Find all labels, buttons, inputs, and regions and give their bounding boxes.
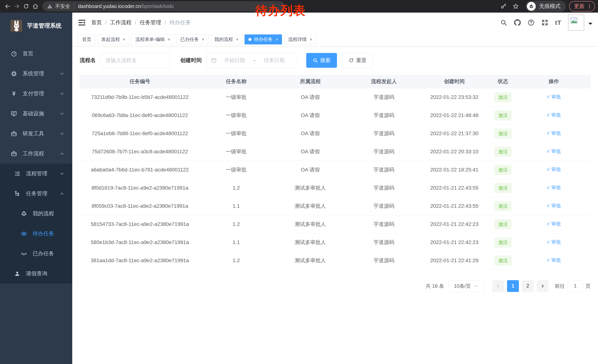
status-badge: 激活: [494, 256, 512, 266]
approve-link[interactable]: 审批: [547, 148, 561, 155]
cell-created: 2022-01-22 21:37:30: [420, 124, 489, 143]
tab-2[interactable]: 流程表单-编辑×: [132, 34, 174, 44]
approve-link[interactable]: 审批: [547, 221, 561, 227]
tab-3[interactable]: 已办任务×: [176, 34, 208, 44]
sidebar-item-1[interactable]: 系统管理: [0, 64, 72, 84]
goto-page-input[interactable]: [568, 280, 583, 292]
prev-page-button[interactable]: [492, 280, 504, 292]
cell-task-name: 一级审批: [200, 161, 272, 179]
approve-link[interactable]: 审批: [547, 130, 561, 137]
tab-4[interactable]: 我的流程×: [210, 34, 242, 44]
cell-starter: 芋道源码: [348, 143, 420, 161]
cell-starter: 芋道源码: [348, 161, 420, 179]
approve-link-label: 审批: [551, 221, 561, 227]
approve-link[interactable]: 审批: [547, 166, 561, 173]
incognito-badge: 无痕模式: [526, 1, 566, 12]
address-bar[interactable]: 不安全 dashboard.yudao.iocoder.cn /bpm/task…: [42, 1, 285, 11]
table-row: 8f0d1619-7ac8-11ec-a9e2-a2380e71991a1.2测…: [80, 179, 590, 197]
search-button[interactable]: 搜索: [306, 53, 337, 68]
sidebar-item-0[interactable]: 首页: [0, 44, 72, 64]
main-area: 首页/工作流程/任务管理/待办任务 tT 首页发起流程×流程表单-编辑×已办任务…: [72, 13, 598, 364]
tab-5[interactable]: 待办任务×: [245, 34, 282, 44]
breadcrumb-item: 待办任务: [169, 19, 191, 26]
close-icon[interactable]: ×: [310, 37, 312, 42]
github-icon[interactable]: [514, 19, 521, 26]
avatar[interactable]: [568, 15, 584, 31]
search-icon[interactable]: [500, 19, 507, 26]
sidebar-item-11[interactable]: 请假查询: [0, 264, 72, 284]
next-page-button[interactable]: [537, 280, 548, 292]
date-range-input[interactable]: 开始日期 - 结束日期: [207, 53, 296, 68]
column-header: 流程发起人: [348, 75, 420, 88]
approve-link[interactable]: 审批: [547, 112, 561, 118]
reload-icon[interactable]: [22, 2, 31, 11]
breadcrumb-item[interactable]: 任务管理: [140, 19, 161, 26]
close-icon[interactable]: ×: [168, 37, 170, 42]
tab-label: 发起流程: [101, 36, 120, 42]
tab-1[interactable]: 发起流程×: [98, 34, 129, 44]
approve-link[interactable]: 审批: [547, 257, 561, 263]
home-icon[interactable]: [31, 2, 40, 11]
sidebar-menu: 首页系统管理¥支付管理基础设施研发工具工作流程流程管理任务管理我的流程待办任务已…: [0, 44, 72, 284]
navbar-icons: tT: [493, 15, 592, 31]
briefcase-icon: [11, 151, 17, 157]
back-icon[interactable]: [3, 2, 12, 11]
avatar-dropdown-caret[interactable]: [588, 23, 592, 27]
reset-button[interactable]: 重置: [342, 53, 373, 68]
approve-link-label: 审批: [551, 239, 561, 245]
approve-link[interactable]: 审批: [547, 184, 561, 191]
end-date-placeholder: 结束日期: [256, 57, 292, 64]
sidebar-item-9[interactable]: 待办任务: [0, 224, 72, 244]
breadcrumb-item[interactable]: 工作流程: [110, 19, 132, 26]
total-count: 共 16 条: [426, 283, 444, 289]
fullscreen-icon[interactable]: [541, 19, 548, 26]
app-logo-row: 芋道管理系统: [0, 13, 72, 39]
close-icon[interactable]: ×: [202, 37, 204, 42]
sidebar-item-3[interactable]: 基础设施: [0, 104, 72, 124]
cell-process: 测试多审批人: [272, 233, 348, 251]
key-icon[interactable]: [500, 3, 507, 9]
sidebar-item-label: 任务管理: [26, 190, 47, 197]
chevron-down-icon: [59, 111, 65, 116]
close-icon[interactable]: ×: [275, 37, 278, 42]
page-size-value: 10条/页: [454, 283, 471, 289]
sidebar-item-4[interactable]: 研发工具: [0, 124, 72, 144]
cell-process: OA 请假: [272, 161, 348, 179]
approve-link[interactable]: 审批: [547, 239, 561, 245]
page-size-select[interactable]: 10条/页: [448, 280, 484, 292]
close-icon[interactable]: ×: [123, 37, 125, 42]
tab-6[interactable]: 流程详情×: [284, 34, 316, 44]
help-icon[interactable]: [528, 19, 535, 26]
tab-0[interactable]: 首页: [78, 34, 95, 44]
breadcrumb-separator: /: [165, 20, 166, 26]
page-button-1[interactable]: 1: [507, 280, 519, 292]
sidebar-item-5[interactable]: 工作流程: [0, 144, 72, 164]
breadcrumb-separator: /: [135, 20, 136, 26]
app-window: 芋道管理系统 首页系统管理¥支付管理基础设施研发工具工作流程流程管理任务管理我的…: [0, 13, 598, 364]
cell-created: 2022-01-21 22:42:23: [420, 233, 489, 251]
page-button-2[interactable]: 2: [522, 280, 534, 292]
cell-task-name: 一级审批: [200, 88, 272, 106]
sidebar-item-8[interactable]: 我的流程: [0, 204, 72, 224]
broken-image-icon: [569, 16, 578, 25]
font-size-icon[interactable]: tT: [555, 19, 561, 26]
security-chip[interactable]: 不安全: [55, 3, 70, 10]
kebab-menu-icon[interactable]: [587, 4, 592, 9]
table-row: 75d72608-7b7f-11ec-a3c8-acde48001122一级审批…: [80, 143, 590, 161]
star-icon[interactable]: [513, 3, 519, 9]
sidebar-item-7[interactable]: 任务管理: [0, 184, 72, 204]
sidebar-item-10[interactable]: 已办任务: [0, 244, 72, 264]
forward-icon[interactable]: [12, 2, 22, 11]
update-label: 更新: [574, 3, 585, 10]
approve-link[interactable]: 审批: [547, 94, 561, 100]
sidebar-item-6[interactable]: 流程管理: [0, 164, 72, 184]
sidebar-collapse-icon[interactable]: [78, 18, 86, 27]
sidebar-item-2[interactable]: ¥支付管理: [0, 84, 72, 104]
approve-link[interactable]: 审批: [547, 202, 561, 209]
status-badge: 激活: [494, 129, 512, 138]
eye-icon: [21, 231, 27, 237]
close-icon[interactable]: ×: [236, 37, 238, 42]
breadcrumb-item[interactable]: 首页: [91, 19, 102, 26]
update-button[interactable]: 更新: [569, 1, 595, 11]
process-name-input[interactable]: [100, 53, 169, 68]
